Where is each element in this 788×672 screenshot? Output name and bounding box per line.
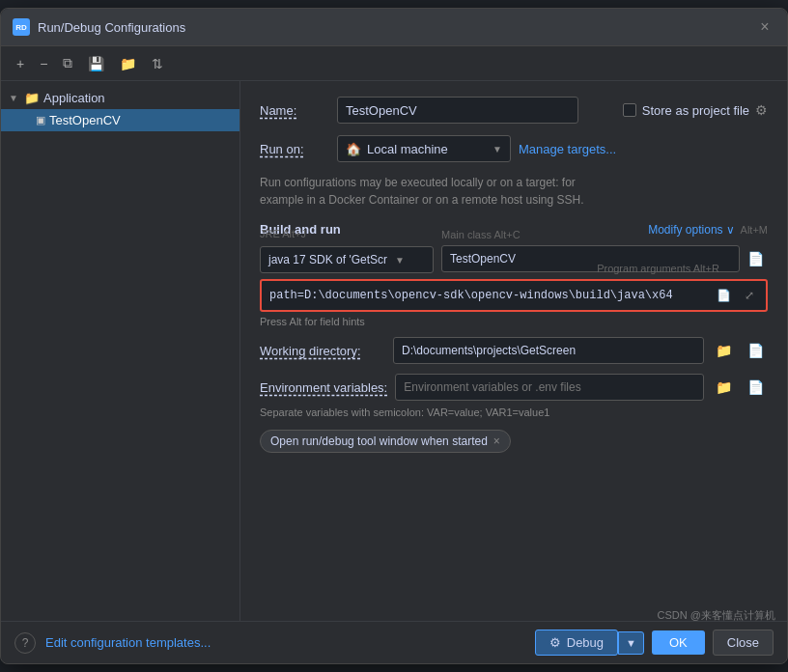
chip-close-button[interactable]: × [493, 434, 500, 448]
working-dir-browse-button[interactable]: 📁 [712, 341, 736, 360]
folder-config-button[interactable]: 📁 [114, 53, 142, 74]
description-text: Run configurations may be executed local… [260, 174, 768, 209]
modify-options-area: Modify options ∨ Alt+M [648, 223, 768, 237]
sidebar-group: ▼ 📁 Application ▣ TestOpenCV [1, 85, 239, 133]
bottom-bar: ? Edit configuration templates... ⚙ Debu… [1, 621, 787, 663]
manage-targets-link[interactable]: Manage targets... [519, 142, 616, 156]
title-bar-left: RD Run/Debug Configurations [13, 18, 185, 36]
name-input[interactable] [337, 97, 578, 124]
chip-container: Open run/debug tool window when started … [260, 430, 768, 453]
jre-area: JRE Alt+J java 17 SDK of 'GetScr ▼ [260, 244, 434, 273]
store-as-project-checkbox[interactable] [623, 103, 636, 117]
program-args-hint-label: Program arguments Alt+R [597, 263, 719, 274]
store-label: Store as project file [642, 103, 749, 118]
debug-dropdown-button[interactable]: ▼ [618, 631, 644, 655]
cancel-button[interactable]: Close [713, 630, 774, 656]
working-dir-label: Working directory: [260, 344, 385, 358]
debug-button[interactable]: ⚙ Debug [535, 630, 618, 656]
edit-templates-link[interactable]: Edit configuration templates... [45, 635, 211, 650]
sidebar-item-testopencv[interactable]: ▣ TestOpenCV [1, 109, 239, 131]
right-panel: Name: Store as project file ⚙ Run on: 🏠 … [240, 81, 787, 621]
bottom-left: ? Edit configuration templates... [14, 632, 211, 654]
dialog-icon: RD [13, 18, 30, 36]
working-dir-row: Working directory: D:\documents\projects… [260, 337, 768, 364]
debug-btn-group: ⚙ Debug ▼ [535, 630, 644, 656]
press-alt-hint: Press Alt for field hints [260, 316, 768, 327]
env-vars-browse-button[interactable]: 📁 [712, 378, 736, 397]
main-class-shortcut-label: Main class Alt+C [441, 229, 521, 240]
sidebar-item-label: TestOpenCV [49, 113, 121, 127]
env-vars-row: Environment variables: 📁 📄 [260, 374, 768, 401]
help-button[interactable]: ? [14, 632, 36, 654]
run-on-select[interactable]: 🏠 Local machine ▼ [337, 135, 511, 162]
modify-options-label: Modify options [648, 223, 722, 237]
modify-options-arrow-icon: ∨ [726, 223, 735, 237]
main-content: ▼ 📁 Application ▣ TestOpenCV Name: [1, 81, 787, 621]
main-class-browse-button[interactable]: 📄 [744, 249, 768, 268]
chip-label: Open run/debug tool window when started [270, 434, 488, 448]
close-button[interactable]: × [754, 16, 775, 38]
name-label: Name: [260, 103, 329, 118]
program-args-input[interactable] [269, 289, 707, 302]
folder-icon: 📁 [24, 91, 40, 105]
run-debug-dialog: RD Run/Debug Configurations × + − ⧉ 💾 📁 … [0, 8, 788, 664]
jre-chevron-icon: ▼ [395, 255, 405, 266]
run-on-chevron-icon: ▼ [492, 144, 502, 154]
action-buttons: ⚙ Debug ▼ OK Close [535, 630, 774, 656]
save-config-button[interactable]: 💾 [82, 53, 110, 74]
dialog-title: Run/Debug Configurations [38, 20, 185, 35]
name-row-right: Store as project file ⚙ [623, 102, 768, 118]
env-separator-hint: Separate variables with semicolon: VAR=v… [260, 406, 768, 418]
run-on-row: Run on: 🏠 Local machine ▼ Manage targets… [260, 135, 768, 162]
store-settings-icon[interactable]: ⚙ [755, 102, 768, 118]
jre-shortcut-label: JRE Alt+J [260, 228, 306, 239]
add-config-button[interactable]: + [11, 53, 30, 74]
program-args-container: 📄 ⤢ [260, 279, 768, 312]
working-dir-file-button[interactable]: 📄 [744, 341, 768, 360]
jre-select[interactable]: java 17 SDK of 'GetScr ▼ [260, 246, 434, 273]
env-vars-input[interactable] [395, 374, 704, 401]
toolbar: + − ⧉ 💾 📁 ⇅ [1, 46, 787, 81]
working-dir-value: D:\documents\projects\GetScreen [393, 337, 704, 364]
env-vars-file-button[interactable]: 📄 [744, 378, 768, 397]
open-window-chip: Open run/debug tool window when started … [260, 430, 511, 453]
config-file-icon: ▣ [36, 114, 45, 126]
remove-config-button[interactable]: − [34, 53, 53, 74]
sidebar: ▼ 📁 Application ▣ TestOpenCV [1, 81, 240, 621]
program-args-row: Program arguments Alt+R 📄 ⤢ [260, 279, 768, 312]
ok-button[interactable]: OK [652, 630, 705, 655]
jre-value: java 17 SDK of 'GetScr [268, 253, 387, 266]
sidebar-group-label: Application [43, 91, 105, 105]
group-arrow-icon: ▼ [9, 93, 20, 103]
run-on-value: Local machine [367, 142, 448, 156]
modify-options-button[interactable]: Modify options ∨ [648, 223, 734, 237]
title-bar: RD Run/Debug Configurations × [1, 9, 787, 46]
sidebar-group-application[interactable]: ▼ 📁 Application [1, 87, 239, 109]
name-row: Name: Store as project file ⚙ [260, 97, 768, 124]
run-on-home-icon: 🏠 [346, 142, 361, 156]
program-args-expand-button[interactable]: ⤢ [741, 287, 758, 304]
debug-icon: ⚙ [549, 635, 561, 650]
run-on-label: Run on: [260, 142, 329, 156]
copy-config-button[interactable]: ⧉ [57, 52, 78, 74]
modify-options-shortcut: Alt+M [741, 224, 768, 236]
program-args-file-button[interactable]: 📄 [713, 287, 735, 304]
debug-label: Debug [567, 635, 604, 650]
store-checkbox-row: Store as project file [623, 103, 749, 118]
sort-config-button[interactable]: ⇅ [146, 53, 169, 74]
env-vars-label: Environment variables: [260, 380, 387, 395]
